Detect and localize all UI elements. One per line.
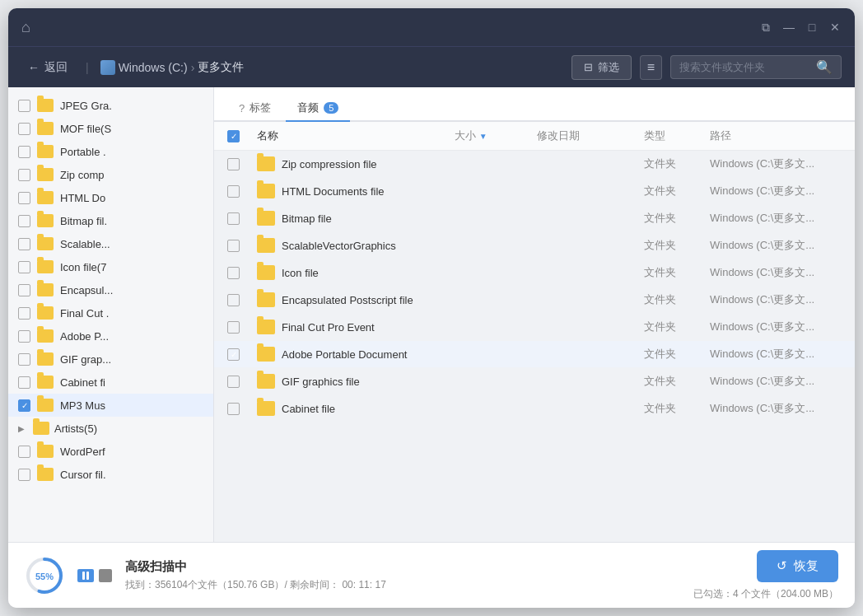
sidebar-checkbox-10[interactable] — [18, 330, 30, 343]
filter-icon: ⊟ — [584, 61, 593, 73]
file-checkbox-4[interactable] — [227, 267, 240, 279]
file-path: Windows (C:\更多文... — [710, 374, 842, 389]
file-list-header: ✓ 名称 大小 ▼ 修改日期 类型 路径 — [214, 122, 855, 151]
table-row[interactable]: Icon file 文件夹 Windows (C:\更多文... — [214, 259, 855, 287]
header-date[interactable]: 修改日期 — [537, 128, 644, 143]
sidebar-checkbox-0[interactable] — [18, 100, 30, 112]
sidebar-item-12[interactable]: Cabinet fi — [8, 371, 213, 394]
sidebar-item-11[interactable]: GIF grap... — [8, 348, 213, 371]
sidebar-checkbox-9[interactable] — [18, 307, 30, 320]
table-row[interactable]: GIF graphics file 文件夹 Windows (C:\更多文... — [214, 368, 855, 395]
folder-icon — [37, 352, 54, 366]
sidebar-item-4[interactable]: HTML Do — [8, 186, 213, 209]
menu-button[interactable]: ≡ — [640, 55, 662, 80]
table-row[interactable]: Final Cut Pro Event 文件夹 Windows (C:\更多文.… — [214, 314, 855, 341]
table-row[interactable]: ✓ Adobe Portable Document 文件夹 Windows (C… — [214, 341, 855, 368]
sidebar-group-14[interactable]: ▶ Artists(5) — [8, 417, 213, 440]
header-check[interactable]: ✓ — [227, 130, 257, 142]
sidebar-checkbox-1[interactable] — [18, 123, 30, 135]
sidebar-item-5[interactable]: Bitmap fil. — [8, 209, 213, 232]
sidebar-item-16[interactable]: Cursor fil. — [8, 463, 213, 486]
folder-icon — [257, 374, 275, 389]
file-checkbox-9[interactable] — [227, 403, 240, 415]
sidebar-item-10[interactable]: Adobe P... — [8, 324, 213, 348]
sidebar-item-2[interactable]: Portable . — [8, 140, 213, 163]
header-type[interactable]: 类型 — [644, 128, 710, 143]
file-checkbox-6[interactable] — [227, 321, 240, 334]
sidebar-item-13[interactable]: ✓ MP3 Mus — [8, 394, 213, 417]
file-type: 文件夹 — [644, 184, 710, 198]
sidebar-item-6[interactable]: Scalable... — [8, 232, 213, 255]
folder-icon — [257, 238, 275, 253]
sidebar-checkbox-13[interactable]: ✓ — [18, 399, 30, 412]
sidebar-checkbox-3[interactable] — [18, 169, 30, 181]
tab-audio[interactable]: 音频 5 — [286, 96, 350, 122]
stop-button[interactable] — [99, 569, 112, 582]
sidebar-item-1[interactable]: MOF file(S — [8, 117, 213, 140]
sidebar-item-label: Portable . — [60, 146, 203, 158]
header-size[interactable]: 大小 ▼ — [455, 128, 537, 143]
home-icon[interactable]: ⌂ — [21, 19, 30, 36]
titlebar: ⌂ ⧉ — □ ✕ — [8, 8, 855, 46]
sidebar-checkbox-12[interactable] — [18, 376, 30, 389]
filter-button[interactable]: ⊟ 筛选 — [571, 55, 632, 80]
folder-icon — [257, 320, 275, 334]
table-row[interactable]: Zip compression file 文件夹 Windows (C:\更多文… — [214, 151, 855, 178]
file-checkbox-5[interactable] — [227, 294, 240, 306]
pause-button[interactable] — [77, 569, 94, 582]
table-row[interactable]: Bitmap file 文件夹 Windows (C:\更多文... — [214, 205, 855, 232]
file-path: Windows (C:\更多文... — [710, 184, 842, 198]
minimize-icon[interactable]: — — [782, 21, 795, 34]
bottom-bar: 55% 高级扫描中 找到：356104个文件（150.76 GB）/ 剩余时间：… — [8, 542, 855, 608]
sidebar-checkbox-5[interactable] — [18, 215, 30, 227]
tab-tag[interactable]: ? 标签 — [227, 96, 282, 120]
folder-icon — [33, 422, 49, 435]
restore-window-icon[interactable]: ⧉ — [759, 21, 772, 34]
header-path[interactable]: 路径 — [710, 128, 842, 143]
table-row[interactable]: Cabinet file 文件夹 Windows (C:\更多文... — [214, 395, 855, 422]
sidebar-item-3[interactable]: Zip comp — [8, 163, 213, 186]
sidebar-checkbox-16[interactable] — [18, 469, 30, 481]
sidebar-item-0[interactable]: JPEG Gra. — [8, 94, 213, 117]
maximize-icon[interactable]: □ — [805, 21, 819, 34]
folder-icon — [37, 214, 54, 227]
file-path: Windows (C:\更多文... — [710, 292, 842, 307]
sidebar-item-9[interactable]: Final Cut . — [8, 301, 213, 324]
table-row[interactable]: Encapsulated Postscript file 文件夹 Windows… — [214, 287, 855, 314]
restore-label: 恢复 — [794, 558, 819, 574]
window-controls: ⧉ — □ ✕ — [759, 21, 842, 34]
sidebar-checkbox-7[interactable] — [18, 261, 30, 273]
breadcrumb-drive[interactable]: Windows (C:) — [119, 61, 188, 74]
search-box: 🔍 — [670, 55, 842, 79]
sidebar-checkbox-6[interactable] — [18, 238, 30, 250]
sidebar-checkbox-15[interactable] — [18, 446, 30, 458]
sidebar-item-8[interactable]: Encapsul... — [8, 278, 213, 301]
sidebar-item-15[interactable]: WordPerf — [8, 440, 213, 463]
sidebar-item-7[interactable]: Icon file(7 — [8, 255, 213, 278]
file-checkbox-3[interactable] — [227, 240, 240, 252]
file-checkbox-7[interactable]: ✓ — [227, 348, 240, 361]
selection-info: 已勾选：4 个文件（204.00 MB） — [693, 587, 838, 601]
sidebar-checkbox-11[interactable] — [18, 353, 30, 366]
file-checkbox-2[interactable] — [227, 212, 240, 225]
close-icon[interactable]: ✕ — [828, 21, 842, 34]
breadcrumb-folder: 更多文件 — [198, 60, 244, 75]
table-row[interactable]: HTML Documents file 文件夹 Windows (C:\更多文.… — [214, 178, 855, 205]
file-checkbox-0[interactable] — [227, 158, 240, 170]
main-window: ⌂ ⧉ — □ ✕ ← 返回 | Windows (C:) › 更多文件 ⊟ 筛… — [8, 8, 855, 608]
restore-button[interactable]: ↺ 恢复 — [757, 550, 838, 582]
table-row[interactable]: ScalableVectorGraphics 文件夹 Windows (C:\更… — [214, 232, 855, 259]
sidebar-checkbox-4[interactable] — [18, 192, 30, 204]
file-checkbox-8[interactable] — [227, 376, 240, 388]
file-checkbox-1[interactable] — [227, 185, 240, 198]
folder-icon — [257, 211, 275, 226]
sidebar-item-label: Final Cut . — [60, 307, 203, 320]
sidebar-checkbox-2[interactable] — [18, 146, 30, 158]
search-icon[interactable]: 🔍 — [816, 59, 833, 75]
back-button[interactable]: ← 返回 — [21, 57, 74, 78]
header-date-label: 修改日期 — [537, 129, 580, 142]
sidebar-checkbox-8[interactable] — [18, 284, 30, 296]
folder-icon — [37, 376, 54, 389]
search-input[interactable] — [679, 61, 811, 73]
header-name[interactable]: 名称 — [257, 128, 455, 143]
